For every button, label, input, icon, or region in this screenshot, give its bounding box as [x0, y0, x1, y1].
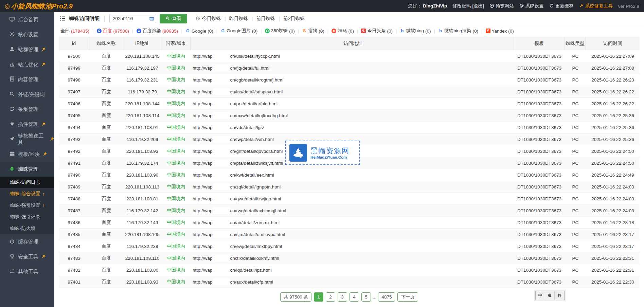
sync-icon: [9, 106, 15, 113]
cell-spider-type: PC: [565, 220, 586, 225]
page-button[interactable]: 2: [326, 292, 335, 302]
spider-filter[interactable]: 百度渲染(80935): [137, 28, 178, 34]
sidebar-item[interactable]: 插件管理: [0, 117, 54, 132]
cell-spider-name: 百度: [89, 148, 123, 154]
spider-filter[interactable]: GGoogle(0): [185, 29, 213, 34]
cell-template: DT1030/1030DT3673: [514, 137, 565, 142]
table-row: 97494百度220.181.108.91中国境内http://wapcn/vd…: [59, 122, 640, 133]
date-field-wrap: [109, 14, 156, 23]
divider: |: [181, 29, 182, 34]
spider-filter[interactable]: 头今日头条(0): [361, 28, 393, 34]
crescent-icon[interactable]: [545, 291, 555, 300]
cell-region: 中国境内: [161, 172, 191, 178]
change-password-link[interactable]: 修改密码 [退出]: [452, 3, 484, 9]
submenu-item[interactable]: 蜘蛛·综合设置↑: [0, 188, 54, 200]
divider: |: [298, 29, 299, 34]
cell-template: DT1030/1030DT3673: [514, 77, 565, 83]
sidebar-item[interactable]: 其他工具: [0, 264, 54, 279]
version-label: ver Pro2.9: [618, 4, 639, 9]
update-cache-link[interactable]: 更新缓存: [549, 3, 574, 9]
spider-filter[interactable]: YYandex(0): [486, 29, 514, 34]
view-button[interactable]: 查看: [160, 14, 187, 23]
ime-lang-button[interactable]: 中: [536, 291, 545, 300]
spider-filter-bar: 全部(178435)|百度(97500)|百度渲染(80935)|GGoogle…: [54, 25, 644, 37]
submenu-item[interactable]: 蜘蛛·访问日志: [0, 177, 54, 188]
quick-link[interactable]: 今日蜘蛛: [195, 16, 221, 22]
cell-spider-name: 百度: [89, 53, 123, 59]
submenu-item[interactable]: 蜘蛛·强引设置↑: [0, 200, 54, 211]
send-icon: [9, 136, 15, 143]
submenu-item[interactable]: 蜘蛛·强引记录: [0, 211, 54, 223]
last-page-button[interactable]: 4875: [378, 292, 395, 302]
cell-visit-time: 2025-01-16 22:24:50: [586, 149, 640, 154]
split-keyboard-icon[interactable]: [555, 291, 564, 300]
ime-language-bar[interactable]: 中: [535, 291, 565, 300]
sidebar-item[interactable]: 缓存管理: [0, 234, 54, 249]
sidebar-item[interactable]: 后台首页: [0, 12, 54, 27]
sidebar-item[interactable]: 外链/关键词: [0, 87, 54, 102]
spider-filter[interactable]: S搜狗(0): [302, 28, 324, 34]
sidebar-item[interactable]: 内容管理: [0, 72, 54, 87]
cell-ip: 116.179.32.79: [123, 89, 161, 94]
cell-spider-type: PC: [565, 125, 586, 130]
cell-ip: 220.181.108.93: [123, 149, 161, 154]
sidebar-item[interactable]: 核心设置: [0, 27, 54, 42]
page-button[interactable]: 1: [314, 292, 323, 302]
search-icon: [9, 91, 15, 98]
preview-site-link[interactable]: 预览网站: [489, 3, 514, 9]
360-icon: [265, 29, 270, 33]
sidebar-item[interactable]: 链接推送工具: [0, 132, 54, 147]
spider-filter[interactable]: 360蜘蛛(0): [265, 28, 295, 34]
cell-ip: 116.179.32.174: [123, 161, 161, 166]
cell-spider-name: 百度: [89, 160, 123, 166]
cell-visit-time: 2025-01-16 22:27:09: [586, 54, 640, 59]
column-header: 访问地址: [191, 37, 514, 50]
sidebar-item[interactable]: 站群管理: [0, 42, 54, 57]
cell-visit-time: 2025-01-16 22:24:03: [586, 184, 640, 189]
spider-filter[interactable]: GGoogle图片(0): [220, 28, 257, 34]
masked-domain: [213, 267, 230, 273]
calendar-icon[interactable]: [149, 16, 154, 21]
quick-link[interactable]: 昨日蜘蛛: [229, 16, 248, 22]
sidebar-item[interactable]: 采集管理: [0, 102, 54, 117]
quick-link[interactable]: 前2日蜘蛛: [283, 16, 305, 22]
magnifier-icon: [165, 16, 170, 21]
spider-filter[interactable]: b微软bing(0): [400, 28, 431, 34]
cell-id: 97496: [59, 101, 89, 106]
spider-filter[interactable]: 全部(178435): [60, 28, 89, 34]
spider-filter[interactable]: 神马(0): [332, 28, 354, 34]
sidebar-item[interactable]: 安全工具: [0, 249, 54, 264]
page-title: 蜘蛛访问明细: [69, 15, 100, 22]
cell-spider-name: 百度: [89, 65, 123, 71]
quick-link[interactable]: 前日蜘蛛: [256, 16, 275, 22]
sidebar-item[interactable]: 站点优化: [0, 57, 54, 72]
spider-filter[interactable]: b微软bing渲染(0): [438, 28, 478, 34]
cell-spider-name: 百度: [89, 77, 123, 83]
cell-spider-type: PC: [565, 256, 586, 261]
page-button[interactable]: 5: [361, 292, 371, 302]
logout-link[interactable]: [退出]: [472, 3, 484, 9]
column-header: id: [59, 37, 89, 50]
cell-spider-type: PC: [565, 184, 586, 189]
page-button[interactable]: 4: [350, 292, 359, 302]
cell-region: 中国境内: [161, 231, 191, 237]
spider-filter[interactable]: 百度(97500): [97, 28, 129, 34]
repair-tool-link[interactable]: 系统修复工具: [579, 3, 613, 9]
cell-ip: 220.181.108.91: [123, 125, 161, 130]
submenu-item-label: 蜘蛛·强引记录: [10, 214, 40, 220]
spider-icon: [9, 166, 15, 173]
system-settings-link[interactable]: 系统设置: [519, 3, 544, 9]
pin-icon: [41, 62, 46, 68]
pin-icon: [41, 122, 46, 127]
cell-spider-name: 百度: [89, 267, 123, 273]
sidebar-item[interactable]: 模板/区块: [0, 147, 54, 162]
cell-ip: 220.181.108.90: [123, 173, 161, 178]
sidebar-item[interactable]: 蜘蛛管理: [0, 162, 54, 177]
next-page-button[interactable]: 下一页: [397, 292, 418, 302]
cell-id: 97500: [59, 54, 89, 59]
cell-ip: 220.181.108.144: [123, 101, 161, 106]
preview-icon: [489, 3, 494, 9]
submenu-item[interactable]: 蜘蛛·防火墙: [0, 223, 54, 234]
page-button[interactable]: 3: [338, 292, 347, 302]
cell-template: DT1030/1030DT3673: [514, 244, 565, 249]
